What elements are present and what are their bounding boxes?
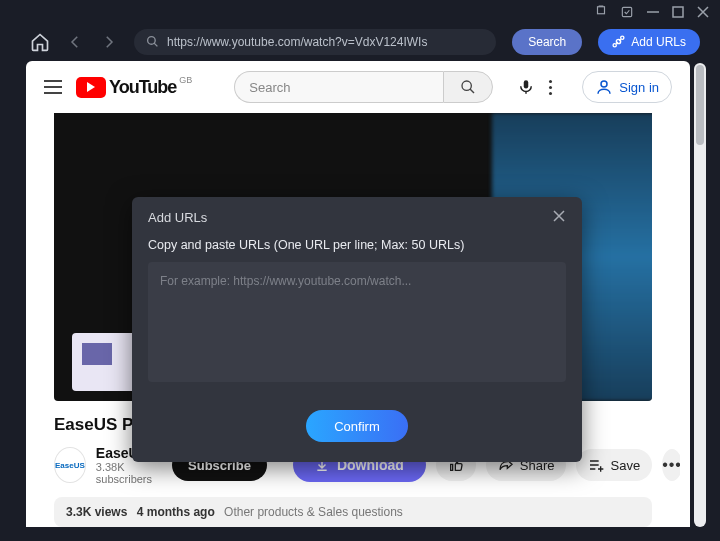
youtube-wordmark: YouTube [109, 77, 176, 98]
home-button[interactable] [30, 32, 50, 52]
window-titlebar [0, 0, 720, 23]
modal-title: Add URLs [148, 210, 207, 225]
kebab-icon[interactable] [549, 80, 552, 95]
svg-point-10 [601, 81, 607, 87]
pin-icon[interactable] [594, 5, 608, 19]
youtube-search-wrap [234, 71, 493, 103]
add-urls-button[interactable]: Add URLs [598, 29, 700, 55]
app-window: Search Add URLs YouTube GB [0, 0, 720, 541]
maximize-icon[interactable] [672, 6, 684, 18]
link-plus-icon [612, 35, 625, 48]
video-description[interactable]: 3.3K views 4 months ago Other products &… [54, 497, 652, 527]
svg-point-7 [621, 37, 624, 40]
svg-point-6 [613, 44, 616, 47]
confirm-button[interactable]: Confirm [306, 410, 408, 442]
signin-button[interactable]: Sign in [582, 71, 672, 103]
app-toolbar: Search Add URLs [0, 23, 720, 61]
close-icon [552, 209, 566, 223]
youtube-search-button[interactable] [443, 71, 493, 103]
close-icon[interactable] [696, 5, 710, 19]
add-urls-label: Add URLs [631, 35, 686, 49]
more-actions-button[interactable]: ••• [662, 449, 680, 481]
channel-subscribers: 3.38K subscribers [96, 461, 152, 485]
microphone-icon[interactable] [517, 78, 535, 96]
youtube-play-icon [76, 77, 106, 98]
url-input[interactable] [167, 35, 484, 49]
youtube-header: YouTube GB Sign in [26, 61, 690, 113]
back-button[interactable] [66, 33, 84, 51]
save-label: Save [610, 458, 640, 473]
search-button[interactable]: Search [512, 29, 582, 55]
playlist-add-icon [588, 457, 604, 473]
app-scrollbar[interactable] [694, 63, 706, 527]
video-desc-extra: Other products & Sales questions [224, 505, 403, 519]
urls-textarea[interactable] [148, 262, 566, 382]
search-icon [460, 79, 476, 95]
svg-rect-1 [622, 8, 631, 17]
signin-label: Sign in [619, 80, 659, 95]
svg-rect-3 [673, 7, 683, 17]
youtube-country: GB [179, 75, 192, 85]
user-icon [595, 78, 613, 96]
url-bar [134, 29, 496, 55]
search-icon [146, 35, 159, 48]
video-age: 4 months ago [137, 505, 215, 519]
menu-icon[interactable] [620, 5, 634, 19]
video-views: 3.3K views [66, 505, 127, 519]
channel-avatar[interactable]: EaseUS [54, 447, 86, 483]
youtube-search-input[interactable] [234, 71, 443, 103]
svg-point-4 [148, 37, 156, 45]
svg-rect-9 [524, 80, 529, 88]
minimize-icon[interactable] [646, 5, 660, 19]
browser-viewport: YouTube GB Sign in [0, 61, 720, 541]
youtube-logo[interactable]: YouTube GB [76, 77, 190, 98]
forward-button[interactable] [100, 33, 118, 51]
save-button[interactable]: Save [576, 449, 652, 481]
modal-close-button[interactable] [552, 209, 566, 226]
hamburger-icon[interactable] [44, 80, 62, 94]
webpage: YouTube GB Sign in [26, 61, 690, 527]
modal-instruction: Copy and paste URLs (One URL per line; M… [148, 238, 566, 252]
svg-rect-0 [598, 7, 605, 14]
svg-point-8 [462, 81, 471, 90]
add-urls-modal: Add URLs Copy and paste URLs (One URL pe… [132, 197, 582, 462]
